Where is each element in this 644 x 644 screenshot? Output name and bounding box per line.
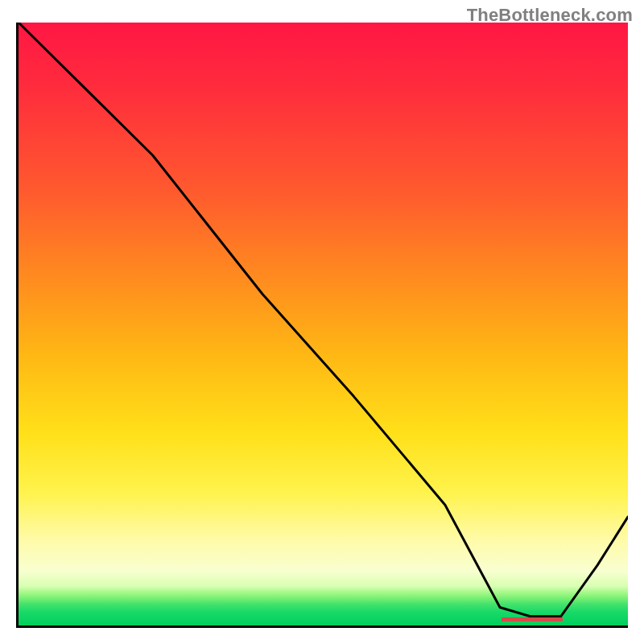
bottleneck-curve-path: [19, 23, 628, 617]
watermark-text: TheBottleneck.com: [467, 5, 633, 26]
optimal-range-marker: [502, 617, 563, 621]
curve-svg: [19, 23, 628, 625]
plot-area: [16, 23, 628, 628]
chart-container: TheBottleneck.com: [0, 0, 644, 644]
